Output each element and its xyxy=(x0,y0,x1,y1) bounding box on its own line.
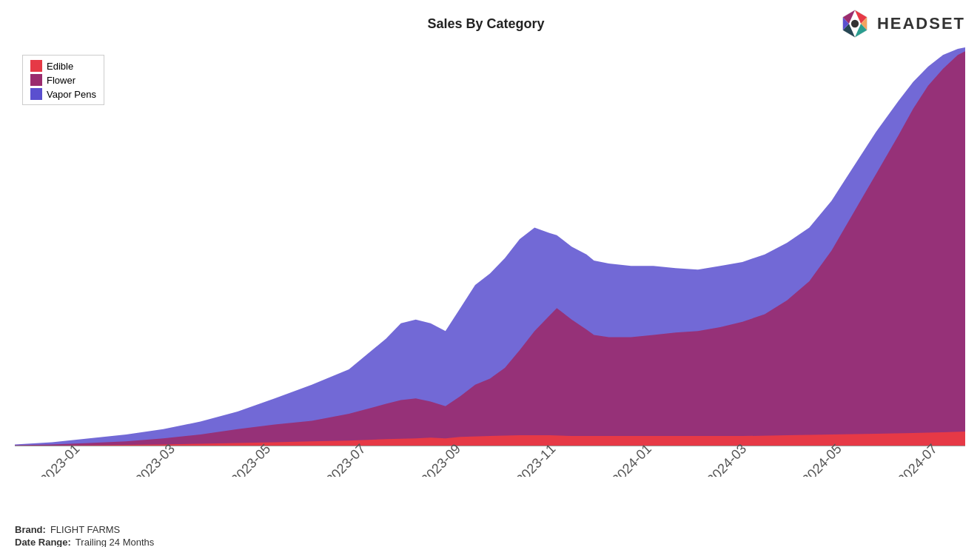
svg-point-2 xyxy=(851,20,859,27)
logo-text: HEADSET xyxy=(877,14,965,33)
logo-area: HEADSET xyxy=(839,7,965,40)
footer-date-range-label: Date Range: xyxy=(15,537,71,547)
legend-color-vapor-pens xyxy=(30,88,42,100)
footer-brand-value: FLIGHT FARMS xyxy=(50,524,120,535)
footer-date-range-value: Trailing 24 Months xyxy=(75,537,154,547)
legend-item-flower: Flower xyxy=(30,74,96,86)
footer-brand-row: Brand: FLIGHT FARMS xyxy=(15,524,965,535)
chart-area: Edible Flower Vapor Pens xyxy=(15,47,965,477)
legend-color-flower xyxy=(30,74,42,86)
footer: Brand: FLIGHT FARMS Date Range: Trailing… xyxy=(0,521,980,547)
page: Sales By Category HEADSET Edible xyxy=(0,0,980,547)
header: Sales By Category HEADSET xyxy=(0,0,980,40)
legend-color-edible xyxy=(30,60,42,72)
headset-logo-icon xyxy=(839,7,871,40)
footer-date-range-row: Date Range: Trailing 24 Months xyxy=(15,537,965,547)
legend-label-flower: Flower xyxy=(47,75,75,86)
legend-item-edible: Edible xyxy=(30,60,96,72)
chart-legend: Edible Flower Vapor Pens xyxy=(22,55,104,105)
legend-label-edible: Edible xyxy=(47,61,73,72)
chart-title: Sales By Category xyxy=(15,16,839,32)
legend-item-vapor-pens: Vapor Pens xyxy=(30,88,96,100)
legend-label-vapor-pens: Vapor Pens xyxy=(47,89,96,100)
footer-brand-label: Brand: xyxy=(15,524,46,535)
chart-svg: 2023-01 2023-03 2023-05 2023-07 2023-09 … xyxy=(15,47,965,477)
